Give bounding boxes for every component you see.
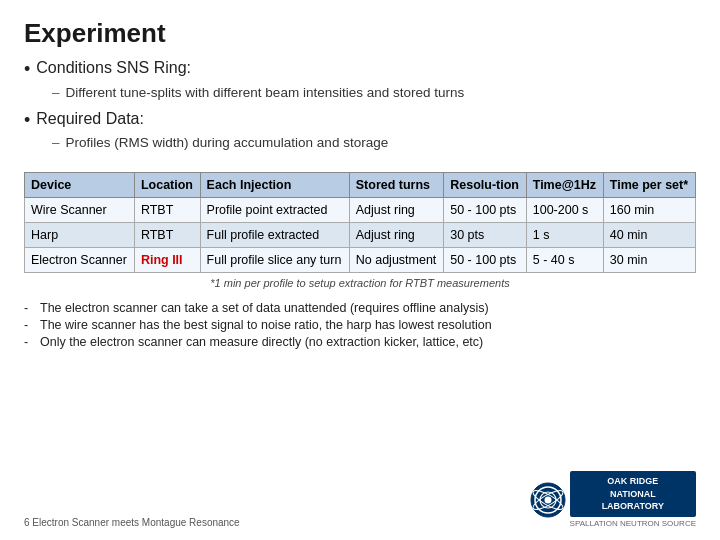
svg-point-3 (544, 496, 551, 503)
bottom-dash-3: - (24, 335, 34, 349)
col-stored-turns: Stored turns (349, 173, 443, 198)
table-row: Electron Scanner Ring III Full profile s… (25, 248, 696, 273)
bottom-bullet-2-text: The wire scanner has the best signal to … (40, 318, 492, 332)
cell-device-1: Harp (25, 223, 135, 248)
logo-sub-text: SPALLATION NEUTRON SOURCE (570, 519, 696, 528)
cell-time1hz-0: 100-200 s (526, 198, 603, 223)
cell-location-2: Ring III (134, 248, 200, 273)
col-resolution: Resolu-tion (444, 173, 527, 198)
bullet-sub-2: – Profiles (RMS width) during accumulati… (52, 135, 696, 150)
col-time-1hz: Time@1Hz (526, 173, 603, 198)
bottom-bullets: - The electron scanner can take a set of… (24, 301, 696, 465)
bullet-sub-1-text: Different tune-splits with different bea… (66, 85, 465, 100)
table-row: Harp RTBT Full profile extracted Adjust … (25, 223, 696, 248)
cell-injection-2: Full profile slice any turn (200, 248, 349, 273)
cell-timeset-0: 160 min (603, 198, 695, 223)
cell-resolu-1: 30 pts (444, 223, 527, 248)
bullet-main-2: • Required Data: (24, 110, 696, 132)
bullet-main-2-text: Required Data: (36, 110, 144, 128)
bullet-main-1: • Conditions SNS Ring: (24, 59, 696, 81)
cell-stored-0: Adjust ring (349, 198, 443, 223)
cell-timeset-1: 40 min (603, 223, 695, 248)
logo-text: OAK RIDGENATIONALLABORATORY (570, 471, 696, 517)
cell-timeset-2: 30 min (603, 248, 695, 273)
cell-location-0: RTBT (134, 198, 200, 223)
logo-container: OAK RIDGENATIONALLABORATORY SPALLATION N… (530, 471, 696, 528)
footer: 6 Electron Scanner meets Montague Resona… (24, 471, 696, 528)
cell-device-2: Electron Scanner (25, 248, 135, 273)
table-header-row: Device Location Each Injection Stored tu… (25, 173, 696, 198)
bullet-sub-1: – Different tune-splits with different b… (52, 85, 696, 100)
cell-stored-1: Adjust ring (349, 223, 443, 248)
cell-location-1: RTBT (134, 223, 200, 248)
bullet-dot-1: • (24, 59, 30, 81)
col-each-injection: Each Injection (200, 173, 349, 198)
bullet-main-1-text: Conditions SNS Ring: (36, 59, 191, 77)
bullet-dot-2: • (24, 110, 30, 132)
bottom-bullet-3-text: Only the electron scanner can measure di… (40, 335, 483, 349)
bullet-dash-2: – (52, 135, 60, 150)
footer-label: 6 Electron Scanner meets Montague Resona… (24, 517, 240, 528)
bullet-dash-1: – (52, 85, 60, 100)
cell-injection-0: Profile point extracted (200, 198, 349, 223)
ornl-logo-icon (530, 482, 566, 518)
page: Experiment • Conditions SNS Ring: – Diff… (0, 0, 720, 540)
table-row: Wire Scanner RTBT Profile point extracte… (25, 198, 696, 223)
data-table: Device Location Each Injection Stored tu… (24, 172, 696, 273)
bullet-sub-2-text: Profiles (RMS width) during accumulation… (66, 135, 389, 150)
bullet-section-1: • Conditions SNS Ring: – Different tune-… (24, 59, 696, 102)
bottom-dash-1: - (24, 301, 34, 315)
bottom-bullet-3: - Only the electron scanner can measure … (24, 335, 696, 349)
col-device: Device (25, 173, 135, 198)
cell-stored-2: No adjustment (349, 248, 443, 273)
ring-iii-label: Ring III (141, 253, 183, 267)
bottom-bullet-1: - The electron scanner can take a set of… (24, 301, 696, 315)
bottom-bullet-1-text: The electron scanner can take a set of d… (40, 301, 489, 315)
bottom-bullet-2: - The wire scanner has the best signal t… (24, 318, 696, 332)
cell-resolu-2: 50 - 100 pts (444, 248, 527, 273)
cell-resolu-0: 50 - 100 pts (444, 198, 527, 223)
bottom-dash-2: - (24, 318, 34, 332)
col-time-per-set: Time per set* (603, 173, 695, 198)
cell-time1hz-1: 1 s (526, 223, 603, 248)
col-location: Location (134, 173, 200, 198)
cell-time1hz-2: 5 - 40 s (526, 248, 603, 273)
table-footnote: *1 min per profile to setup extraction f… (24, 277, 696, 289)
cell-injection-1: Full profile extracted (200, 223, 349, 248)
cell-device-0: Wire Scanner (25, 198, 135, 223)
page-title: Experiment (24, 18, 696, 49)
bullet-section-2: • Required Data: – Profiles (RMS width) … (24, 110, 696, 153)
